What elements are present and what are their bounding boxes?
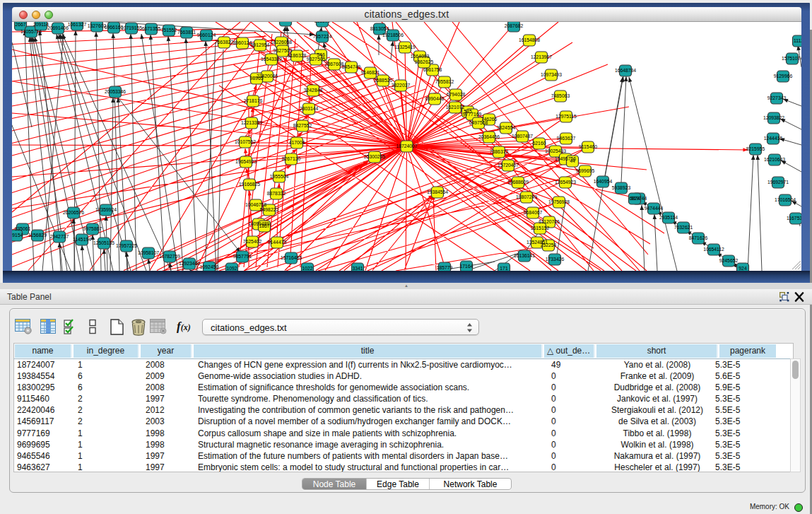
svg-text:5938923: 5938923 xyxy=(612,185,631,190)
svg-text:16543382: 16543382 xyxy=(261,57,282,62)
svg-text:17164: 17164 xyxy=(460,264,473,269)
svg-text:1640954: 1640954 xyxy=(594,179,613,184)
svg-text:171: 171 xyxy=(500,266,508,271)
svg-text:1664093: 1664093 xyxy=(411,54,430,59)
svg-text:10654112: 10654112 xyxy=(703,247,724,252)
svg-text:5498222: 5498222 xyxy=(260,207,279,212)
svg-text:61120746: 61120746 xyxy=(539,219,560,224)
svg-text:18724007: 18724007 xyxy=(396,144,417,148)
svg-text:924: 924 xyxy=(739,266,747,271)
svg-text:10025433: 10025433 xyxy=(545,148,566,153)
svg-text:20691406: 20691406 xyxy=(47,25,69,30)
svg-text:12975115: 12975115 xyxy=(555,114,577,119)
svg-text:2667: 2667 xyxy=(15,22,25,27)
svg-text:746266: 746266 xyxy=(481,117,498,122)
svg-text:1615152: 1615152 xyxy=(531,226,550,230)
svg-text:16210643: 16210643 xyxy=(764,157,785,162)
svg-text:8186328: 8186328 xyxy=(288,53,307,58)
svg-text:3822037: 3822037 xyxy=(392,83,411,88)
svg-text:9146821: 9146821 xyxy=(361,70,380,75)
svg-text:19654923: 19654923 xyxy=(235,159,257,164)
svg-text:17654923: 17654923 xyxy=(555,180,576,185)
svg-text:1112: 1112 xyxy=(794,38,801,43)
svg-text:10973493: 10973493 xyxy=(541,72,562,77)
svg-text:62160: 62160 xyxy=(533,141,546,146)
svg-text:19692971: 19692971 xyxy=(767,180,789,185)
svg-text:1022: 1022 xyxy=(302,266,312,271)
svg-text:7625402: 7625402 xyxy=(243,239,262,244)
svg-text:12213967: 12213967 xyxy=(531,54,552,59)
svg-text:417004: 417004 xyxy=(289,140,305,145)
svg-text:6794028: 6794028 xyxy=(447,92,466,97)
svg-text:16154808: 16154808 xyxy=(519,37,540,42)
svg-text:10688609: 10688609 xyxy=(507,180,529,185)
svg-text:10807487: 10807487 xyxy=(512,134,533,139)
svg-text:8912954: 8912954 xyxy=(251,42,270,47)
svg-text:9857791: 9857791 xyxy=(233,254,252,259)
svg-text:8267130: 8267130 xyxy=(282,156,301,161)
svg-text:2803144: 2803144 xyxy=(300,106,319,111)
svg-text:12213389: 12213389 xyxy=(241,120,262,125)
svg-text:8878332: 8878332 xyxy=(267,191,286,196)
svg-text:98965: 98965 xyxy=(250,76,264,81)
svg-text:17016504: 17016504 xyxy=(775,197,796,202)
svg-text:17359924: 17359924 xyxy=(95,207,117,212)
svg-text:835061: 835061 xyxy=(15,226,31,231)
svg-text:16136141: 16136141 xyxy=(514,253,535,258)
svg-text:19384554: 19384554 xyxy=(427,189,448,194)
svg-text:19218506: 19218506 xyxy=(382,33,404,37)
svg-text:6961758: 6961758 xyxy=(423,67,442,72)
svg-text:3824554: 3824554 xyxy=(497,125,516,130)
svg-text:17957225: 17957225 xyxy=(116,243,137,248)
svg-text:1092450: 1092450 xyxy=(200,264,219,269)
svg-text:7955812: 7955812 xyxy=(435,79,454,84)
svg-text:9660124: 9660124 xyxy=(197,33,216,37)
svg-text:19166825: 19166825 xyxy=(239,182,260,187)
svg-text:8813054: 8813054 xyxy=(370,26,389,31)
svg-text:7357224: 7357224 xyxy=(313,34,332,39)
svg-text:6671355: 6671355 xyxy=(142,26,161,31)
svg-text:9474444: 9474444 xyxy=(645,206,664,211)
svg-text:9777169: 9777169 xyxy=(463,112,482,117)
svg-text:2367608: 2367608 xyxy=(325,62,344,66)
svg-text:252254: 252254 xyxy=(541,243,557,247)
svg-text:14055714: 14055714 xyxy=(20,29,42,34)
svg-text:2942737: 2942737 xyxy=(50,234,69,239)
svg-text:15720407: 15720407 xyxy=(498,163,519,168)
svg-text:8960124: 8960124 xyxy=(233,40,252,45)
svg-text:8427552: 8427552 xyxy=(293,123,312,128)
svg-text:751552: 751552 xyxy=(161,28,177,33)
svg-text:9227343: 9227343 xyxy=(767,95,787,100)
svg-text:25300295: 25300295 xyxy=(364,154,385,159)
svg-text:39154: 39154 xyxy=(12,233,23,238)
svg-text:881309: 881309 xyxy=(314,22,331,23)
svg-text:1167533: 1167533 xyxy=(787,216,801,221)
svg-text:2087682: 2087682 xyxy=(505,23,524,28)
svg-text:16648784: 16648784 xyxy=(615,68,636,73)
svg-text:18226058: 18226058 xyxy=(271,40,292,45)
svg-text:10046758: 10046758 xyxy=(245,202,266,207)
svg-text:9684067: 9684067 xyxy=(524,210,543,215)
svg-text:1092: 1092 xyxy=(226,266,237,271)
svg-text:1145194: 1145194 xyxy=(73,237,91,242)
svg-text:10958107: 10958107 xyxy=(138,250,159,255)
svg-text:1955504: 1955504 xyxy=(270,174,289,179)
svg-text:7632621: 7632621 xyxy=(674,225,693,230)
svg-text:9699695: 9699695 xyxy=(576,168,595,173)
svg-text:15751074: 15751074 xyxy=(782,56,801,61)
svg-text:2935114: 2935114 xyxy=(659,215,678,220)
svg-text:12505135: 12505135 xyxy=(93,240,114,245)
svg-text:6990448: 6990448 xyxy=(425,96,445,101)
svg-text:1156829: 1156829 xyxy=(28,233,47,238)
svg-text:8454749: 8454749 xyxy=(342,64,361,69)
svg-text:1733426: 1733426 xyxy=(546,257,565,262)
svg-text:6874: 6874 xyxy=(629,196,640,201)
svg-text:9129966: 9129966 xyxy=(774,74,793,78)
svg-text:9245652: 9245652 xyxy=(719,258,739,263)
svg-text:15716485: 15716485 xyxy=(281,255,302,260)
svg-text:1621072: 1621072 xyxy=(446,105,465,110)
svg-text:1244415: 1244415 xyxy=(764,136,783,141)
svg-text:8215955: 8215955 xyxy=(746,146,765,151)
svg-text:18807249: 18807249 xyxy=(516,194,537,199)
svg-text:3242848: 3242848 xyxy=(304,88,323,93)
